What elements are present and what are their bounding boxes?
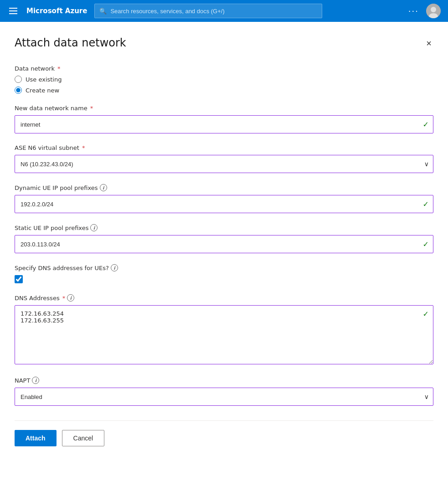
avatar[interactable] (426, 4, 441, 18)
topbar-more-icon[interactable]: ··· (405, 5, 422, 18)
close-button[interactable]: × (424, 36, 433, 51)
napt-section: NAPT i Enabled Disabled ∨ (15, 377, 433, 406)
create-new-radio[interactable] (15, 87, 22, 94)
static-pool-section: Static UE IP pool prefixes i ✓ (15, 224, 433, 253)
static-pool-label: Static UE IP pool prefixes i (15, 224, 433, 231)
required-indicator: * (57, 65, 61, 72)
dns-addresses-section: DNS Addresses * i 172.16.63.254 172.16.6… (15, 294, 433, 366)
use-existing-label: Use existing (26, 76, 62, 83)
required-star-name: * (90, 105, 93, 112)
name-check-icon: ✓ (423, 120, 429, 129)
specify-dns-section: Specify DNS addresses for UEs? i (15, 264, 433, 283)
static-pool-wrapper: ✓ (15, 235, 433, 253)
napt-label: NAPT i (15, 377, 433, 384)
dialog-header: Attach data network × (15, 36, 433, 51)
svg-point-1 (431, 7, 436, 12)
dynamic-pool-input[interactable] (15, 195, 433, 213)
brand-name: Microsoft Azure (26, 7, 87, 15)
dynamic-pool-info-icon[interactable]: i (100, 184, 107, 191)
static-pool-check-icon: ✓ (423, 240, 429, 249)
attach-button[interactable]: Attach (15, 430, 57, 446)
specify-dns-checkbox-wrapper (15, 275, 433, 283)
static-pool-input[interactable] (15, 235, 433, 253)
data-network-label: Data network * (15, 65, 433, 72)
new-network-name-input[interactable] (15, 115, 433, 133)
create-new-label: Create new (26, 87, 59, 94)
specify-dns-checkbox[interactable] (15, 275, 23, 283)
specify-dns-label: Specify DNS addresses for UEs? i (15, 264, 433, 271)
ase-subnet-label: ASE N6 virtual subnet * (15, 144, 433, 151)
ase-subnet-wrapper: N6 (10.232.43.0/24) ∨ (15, 155, 433, 173)
static-pool-info-icon[interactable]: i (90, 224, 98, 231)
dynamic-pool-wrapper: ✓ (15, 195, 433, 213)
data-network-section: Data network * Use existing Create new (15, 65, 433, 94)
search-icon: 🔍 (99, 8, 107, 15)
use-existing-option[interactable]: Use existing (15, 76, 433, 83)
hamburger-menu[interactable] (7, 6, 19, 16)
data-network-radio-group: Use existing Create new (15, 76, 433, 94)
required-star-dns: * (62, 295, 66, 302)
search-input[interactable] (110, 8, 317, 15)
dialog-title: Attach data network (15, 36, 126, 49)
dns-addresses-label: DNS Addresses * i (15, 294, 433, 302)
new-network-name-section: New data network name * ✓ (15, 105, 433, 133)
topbar-right: ··· (405, 4, 441, 18)
required-star-ase: * (82, 144, 85, 151)
dns-addresses-textarea[interactable]: 172.16.63.254 172.16.63.255 (15, 305, 433, 364)
napt-wrapper: Enabled Disabled ∨ (15, 388, 433, 406)
napt-info-icon[interactable]: i (32, 377, 39, 384)
new-network-name-label: New data network name * (15, 105, 433, 112)
dns-addresses-info-icon[interactable]: i (67, 294, 74, 302)
dynamic-pool-check-icon: ✓ (423, 200, 429, 209)
search-bar[interactable]: 🔍 (94, 4, 322, 18)
topbar: Microsoft Azure 🔍 ··· (0, 0, 448, 22)
new-network-name-wrapper: ✓ (15, 115, 433, 133)
dns-check-icon: ✓ (423, 310, 429, 318)
cancel-button[interactable]: Cancel (62, 430, 105, 446)
dialog-footer: Attach Cancel (15, 420, 433, 446)
specify-dns-info-icon[interactable]: i (111, 264, 118, 271)
create-new-option[interactable]: Create new (15, 87, 433, 94)
dns-addresses-wrapper: 172.16.63.254 172.16.63.255 ✓ (15, 305, 433, 366)
main-content: Attach data network × Data network * Use… (0, 22, 448, 501)
dynamic-pool-section: Dynamic UE IP pool prefixes i ✓ (15, 184, 433, 213)
dynamic-pool-label: Dynamic UE IP pool prefixes i (15, 184, 433, 191)
napt-dropdown[interactable]: Enabled Disabled (15, 388, 433, 406)
ase-subnet-dropdown[interactable]: N6 (10.232.43.0/24) (15, 155, 433, 173)
use-existing-radio[interactable] (15, 76, 22, 83)
ase-subnet-section: ASE N6 virtual subnet * N6 (10.232.43.0/… (15, 144, 433, 173)
